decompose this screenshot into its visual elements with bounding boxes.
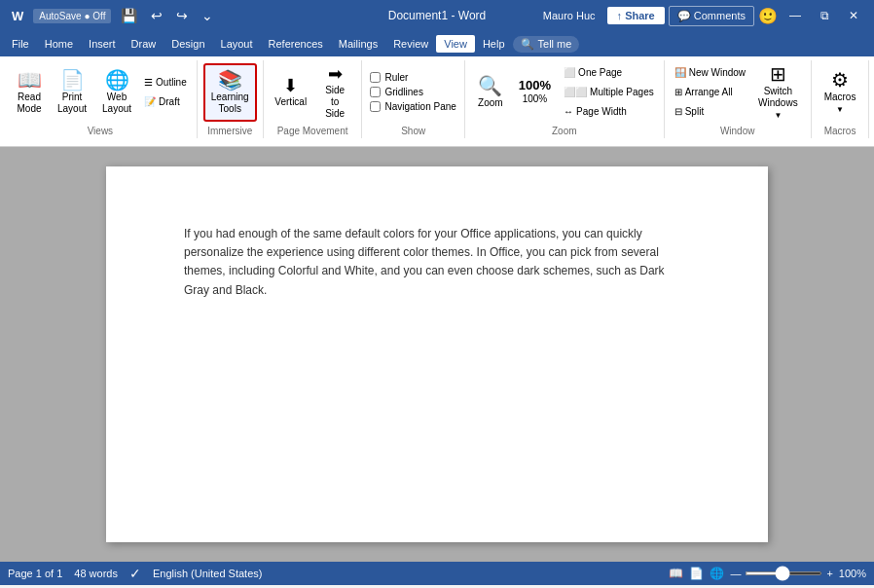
page-width-button[interactable]: ↔ Page Width	[560, 103, 658, 121]
outline-icon: ☰	[144, 77, 153, 88]
split-button[interactable]: ⊟ Split	[671, 103, 749, 121]
ribbon-group-immersive: 📚 LearningTools Immersive	[198, 60, 264, 138]
switch-windows-dropdown-icon: ▼	[774, 111, 782, 120]
page-width-icon: ↔	[564, 106, 573, 117]
navigation-pane-label: Navigation Pane	[384, 101, 455, 112]
zoom-level[interactable]: 100%	[839, 568, 866, 579]
document-page: If you had enough of the same default co…	[106, 166, 768, 542]
gridlines-checkbox[interactable]	[370, 87, 381, 97]
navigation-pane-checkbox-label[interactable]: Navigation Pane	[368, 100, 457, 113]
tell-me-search[interactable]: 🔍 Tell me	[513, 36, 580, 53]
document-title: Document1 - Word	[388, 9, 486, 22]
close-button[interactable]: ✕	[841, 5, 866, 26]
multiple-pages-button[interactable]: ⬜⬜ Multiple Pages	[560, 84, 658, 101]
menu-home[interactable]: Home	[37, 35, 81, 53]
menu-help[interactable]: Help	[475, 35, 513, 53]
menu-file[interactable]: File	[4, 35, 37, 53]
show-group-label: Show	[401, 126, 425, 138]
multiple-pages-label: Multiple Pages	[590, 87, 654, 97]
menu-insert[interactable]: Insert	[81, 35, 124, 53]
search-icon: 🔍	[521, 38, 534, 51]
draft-icon: 📝	[144, 96, 156, 107]
ribbon-content: 📖 ReadMode 📄 PrintLayout 🌐 WebLayout ☰ O…	[4, 60, 870, 146]
zoom-label: Zoom	[478, 97, 503, 109]
zoom-controls: — +	[730, 568, 832, 579]
undo-icon[interactable]: ↩	[147, 6, 166, 25]
menu-review[interactable]: Review	[385, 35, 436, 53]
macros-button[interactable]: ⚙ Macros ▼	[818, 63, 863, 122]
restore-button[interactable]: ⧉	[813, 5, 837, 26]
window-group-label: Window	[720, 126, 755, 138]
gridlines-label: Gridlines	[384, 87, 422, 97]
menu-bar: File Home Insert Draw Design Layout Refe…	[0, 31, 874, 56]
tell-me-label: Tell me	[538, 38, 572, 50]
menu-references[interactable]: References	[261, 35, 331, 53]
customize-icon[interactable]: ⌄	[198, 6, 217, 25]
zoom-group-label: Zoom	[552, 126, 577, 138]
web-layout-icon: 🌐	[105, 70, 129, 90]
draft-button[interactable]: 📝 Draft	[140, 93, 191, 111]
show-checkboxes: Ruler Gridlines Navigation Pane	[368, 60, 457, 124]
new-window-icon: 🪟	[674, 67, 686, 78]
macros-buttons: ⚙ Macros ▼	[818, 60, 863, 124]
minimize-button[interactable]: —	[782, 5, 809, 26]
word-logo: W	[8, 7, 27, 25]
zoom-slider-input[interactable]	[745, 571, 822, 575]
zoom-100-icon: 100%	[519, 79, 551, 92]
share-button[interactable]: ↑ Share	[607, 7, 665, 24]
document-area: If you had enough of the same default co…	[0, 147, 874, 562]
print-layout-button[interactable]: 📄 PrintLayout	[51, 63, 93, 122]
ruler-label: Ruler	[384, 72, 408, 83]
side-to-side-label: Sideto Side	[321, 85, 349, 120]
menu-view[interactable]: View	[436, 35, 475, 53]
read-mode-label: ReadMode	[17, 92, 41, 115]
title-bar-left: W AutoSave ● Off 💾 ↩ ↪ ⌄	[8, 6, 217, 25]
redo-icon[interactable]: ↪	[172, 6, 192, 25]
menu-draw[interactable]: Draw	[124, 35, 164, 53]
web-layout-button[interactable]: 🌐 WebLayout	[95, 63, 138, 122]
new-window-button[interactable]: 🪟 New Window	[671, 64, 749, 82]
view-mode-web-icon[interactable]: 🌐	[710, 567, 724, 580]
zoom-out-button[interactable]: —	[730, 568, 741, 579]
ribbon-group-page-movement: ⬇ Vertical ➡ Sideto Side Page Movement	[264, 60, 363, 138]
view-mode-read-icon[interactable]: 📖	[669, 567, 683, 580]
outline-button[interactable]: ☰ Outline	[140, 74, 191, 92]
menu-layout[interactable]: Layout	[213, 35, 261, 53]
view-mode-print-icon[interactable]: 📄	[689, 567, 704, 580]
language[interactable]: English (United States)	[153, 568, 263, 579]
autosave-toggle[interactable]: AutoSave ● Off	[33, 9, 111, 23]
zoom-button[interactable]: 🔍 Zoom	[471, 63, 510, 122]
side-to-side-button[interactable]: ➡ Sideto Side	[314, 63, 356, 122]
menu-mailings[interactable]: Mailings	[331, 35, 385, 53]
one-page-button[interactable]: ⬜ One Page	[560, 64, 658, 82]
multiple-pages-icon: ⬜⬜	[564, 87, 587, 97]
ribbon-group-zoom: 🔍 Zoom 100% 100% ⬜ One Page ⬜⬜ Multiple …	[465, 60, 665, 138]
gridlines-checkbox-label[interactable]: Gridlines	[368, 86, 457, 98]
learning-tools-button[interactable]: 📚 LearningTools	[203, 63, 257, 122]
zoom-100-button[interactable]: 100% 100%	[512, 63, 558, 122]
spelling-check-icon[interactable]: ✓	[129, 566, 141, 581]
status-right: 📖 📄 🌐 — + 100%	[669, 567, 866, 580]
document-text: If you had enough of the same default co…	[184, 225, 690, 300]
navigation-pane-checkbox[interactable]	[370, 101, 381, 112]
read-mode-button[interactable]: 📖 ReadMode	[10, 63, 49, 122]
print-layout-icon: 📄	[60, 70, 85, 90]
zoom-in-button[interactable]: +	[826, 568, 832, 579]
print-layout-label: PrintLayout	[57, 92, 87, 115]
switch-windows-button[interactable]: ⊞ SwitchWindows ▼	[751, 63, 805, 122]
arrange-all-button[interactable]: ⊞ Arrange All	[671, 84, 749, 101]
ruler-checkbox-label[interactable]: Ruler	[368, 71, 457, 84]
zoom-icon: 🔍	[478, 76, 502, 95]
page-info[interactable]: Page 1 of 1	[8, 568, 62, 579]
outline-label: Outline	[156, 77, 187, 88]
draft-label: Draft	[159, 96, 180, 107]
feedback-icon[interactable]: 🙂	[758, 7, 778, 25]
comments-button[interactable]: 💬 Comments	[669, 6, 754, 26]
ribbon-group-views: 📖 ReadMode 📄 PrintLayout 🌐 WebLayout ☰ O…	[4, 60, 198, 138]
user-name: Mauro Huc	[543, 10, 596, 21]
save-icon[interactable]: 💾	[117, 6, 141, 25]
word-count[interactable]: 48 words	[74, 568, 118, 579]
ruler-checkbox[interactable]	[370, 72, 381, 83]
vertical-button[interactable]: ⬇ Vertical	[270, 63, 312, 122]
menu-design[interactable]: Design	[164, 35, 212, 53]
